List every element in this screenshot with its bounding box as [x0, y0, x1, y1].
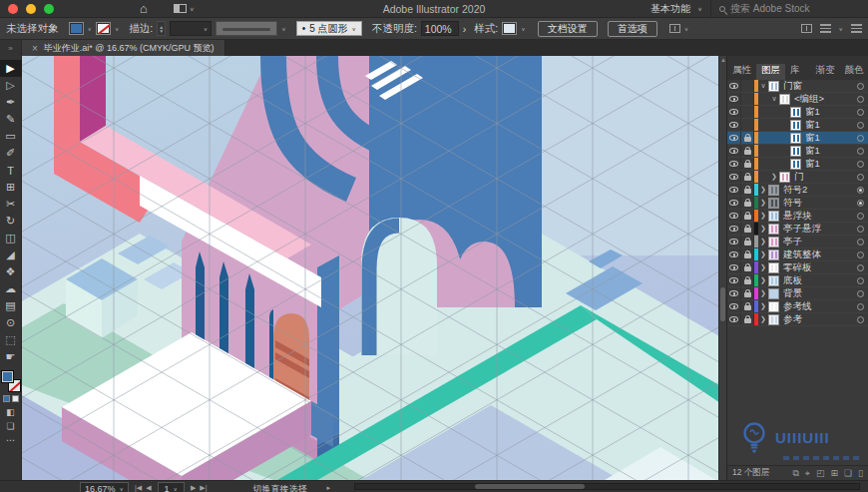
arrange-documents-icon[interactable]	[801, 24, 812, 33]
close-tab-icon[interactable]: ×	[32, 43, 38, 54]
layer-thumbnail[interactable]	[790, 146, 801, 157]
layer-thumbnail[interactable]	[779, 172, 790, 183]
last-artboard-icon[interactable]: ▶|	[200, 484, 207, 492]
layer-thumbnail[interactable]	[768, 314, 779, 325]
visibility-eye-icon[interactable]	[727, 158, 741, 170]
expand-caret-icon[interactable]: ∨	[769, 95, 779, 103]
chevron-down-icon[interactable]: ∨	[88, 25, 92, 31]
layer-row-窗1[interactable]: 窗1	[727, 106, 868, 119]
layer-thumbnail[interactable]	[768, 237, 779, 247]
lock-toggle-empty[interactable]	[741, 106, 754, 118]
layer-thumbnail[interactable]	[768, 211, 779, 222]
visibility-eye-icon[interactable]	[727, 106, 741, 118]
layer-thumbnail[interactable]	[768, 81, 779, 92]
layer-thumbnail[interactable]	[790, 159, 801, 170]
lock-icon[interactable]	[741, 184, 754, 196]
lock-icon[interactable]	[741, 158, 754, 170]
layer-name[interactable]: 底板	[783, 274, 857, 287]
lock-icon[interactable]	[741, 132, 754, 144]
lock-icon[interactable]	[741, 197, 754, 209]
lock-icon[interactable]	[741, 313, 754, 325]
tool-eyedropper-tool[interactable]: ◢	[0, 246, 22, 263]
expand-caret-icon[interactable]: ∨	[758, 82, 768, 90]
layer-thumbnail[interactable]	[779, 94, 790, 105]
layer-thumbnail[interactable]	[768, 185, 779, 196]
layer-target-icon[interactable]	[857, 109, 864, 116]
close-window-button[interactable]	[8, 4, 18, 14]
make-mask-icon[interactable]: ◰	[816, 468, 825, 479]
layer-name[interactable]: 背景	[783, 287, 857, 300]
expand-caret-icon[interactable]: ❯	[758, 212, 768, 220]
tool-symbol-sprayer-tool[interactable]: ☁	[0, 280, 22, 297]
document-layout-icon[interactable]	[820, 24, 831, 33]
panel-tab-属性[interactable]: 属性	[727, 64, 756, 80]
expand-caret-icon[interactable]: ❯	[758, 199, 768, 207]
visibility-eye-icon[interactable]	[727, 80, 741, 92]
first-artboard-icon[interactable]: |◀	[135, 484, 142, 492]
layer-name[interactable]: 零碎板	[783, 261, 857, 274]
layer-target-icon[interactable]	[857, 174, 864, 181]
layer-row-门窗[interactable]: ∨门窗	[727, 80, 868, 93]
layer-target-icon[interactable]	[857, 148, 864, 155]
lock-icon[interactable]	[741, 287, 754, 299]
layer-name[interactable]: 窗1	[805, 132, 857, 145]
layer-name[interactable]: <编组>	[794, 93, 857, 106]
tool-paintbrush-tool[interactable]: ✐	[0, 145, 22, 162]
layer-row-符号2[interactable]: ❯符号2	[727, 184, 868, 197]
screen-mode-icon[interactable]: ❏	[0, 419, 22, 433]
visibility-eye-icon[interactable]	[727, 236, 741, 247]
horizontal-scroll-thumb[interactable]	[475, 484, 585, 489]
style-swatch[interactable]	[502, 22, 517, 35]
layer-row-参考线[interactable]: ❯参考线	[727, 300, 868, 313]
chevron-down-icon[interactable]: ∨	[521, 25, 525, 31]
layer-target-icon[interactable]	[857, 200, 864, 207]
layer-row-底板[interactable]: ❯底板	[727, 274, 868, 287]
opacity-field[interactable]: 100%	[421, 21, 459, 36]
visibility-eye-icon[interactable]	[727, 274, 741, 286]
toolbar-fill-stroke-swatches[interactable]	[1, 370, 21, 392]
preferences-button[interactable]: 首选项	[608, 21, 657, 37]
visibility-eye-icon[interactable]	[727, 300, 741, 312]
expand-caret-icon[interactable]: ❯	[769, 173, 779, 181]
tool-scissors-tool[interactable]: ✂	[0, 196, 22, 213]
layer-target-icon[interactable]	[857, 83, 864, 90]
layer-name[interactable]: 窗1	[805, 119, 857, 132]
stroke-weight-stepper[interactable]: ▲▼	[157, 21, 166, 36]
layer-row-背景[interactable]: ❯背景	[727, 287, 868, 300]
visibility-eye-icon[interactable]	[727, 248, 741, 260]
chevron-down-icon[interactable]: ∨	[684, 25, 688, 31]
layer-thumbnail[interactable]	[768, 275, 779, 286]
visibility-eye-icon[interactable]	[727, 119, 741, 131]
layer-name[interactable]: 参考	[783, 313, 857, 326]
expand-caret-icon[interactable]: ❯	[758, 250, 768, 258]
expand-caret-icon[interactable]: ❯	[758, 186, 768, 194]
expand-caret-icon[interactable]: ❯	[758, 315, 768, 323]
layer-target-icon[interactable]	[857, 316, 864, 323]
tool-type-tool[interactable]: T	[0, 162, 22, 179]
edit-toolbar-icon[interactable]: ⋯	[0, 433, 22, 447]
visibility-eye-icon[interactable]	[727, 287, 741, 299]
prev-artboard-icon[interactable]: ◀	[146, 484, 151, 492]
layer-thumbnail[interactable]	[790, 107, 801, 118]
lock-icon[interactable]	[741, 248, 754, 260]
layer-thumbnail[interactable]	[768, 198, 779, 209]
visibility-eye-icon[interactable]	[727, 93, 741, 105]
toolbar-collapse-icon[interactable]: »	[0, 40, 22, 56]
layer-row-符号[interactable]: ❯符号	[727, 197, 868, 210]
layer-name[interactable]: 符号2	[783, 184, 857, 197]
layer-name[interactable]: 窗1	[805, 145, 857, 158]
tool-graph-tool[interactable]: ▤	[0, 297, 22, 314]
layer-name[interactable]: 门	[794, 171, 857, 184]
layer-name[interactable]: 悬浮块	[783, 210, 857, 223]
layer-row-门[interactable]: ❯门	[727, 171, 868, 184]
width-profile-dropdown[interactable]	[216, 21, 277, 36]
layer-target-icon[interactable]	[857, 277, 864, 284]
opacity-more[interactable]: ›	[463, 23, 467, 35]
chevron-down-icon[interactable]: ∨	[115, 25, 119, 31]
collect-for-export-icon[interactable]: ⧉	[792, 468, 798, 479]
isolate-mode-icon[interactable]	[669, 24, 680, 33]
panel-tab-库[interactable]: 库	[785, 64, 805, 80]
layer-row-亭子悬浮[interactable]: ❯亭子悬浮	[727, 223, 868, 236]
visibility-eye-icon[interactable]	[727, 171, 741, 183]
delete-layer-icon[interactable]: ▯	[858, 468, 863, 479]
